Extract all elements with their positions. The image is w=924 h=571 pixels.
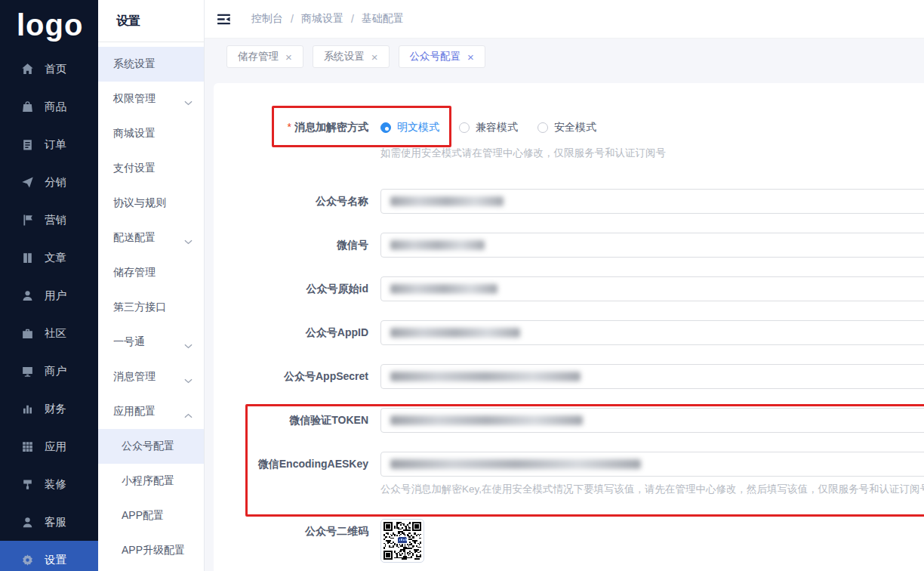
tab-close-icon[interactable]: × [371,51,378,63]
breadcrumb-separator: / [351,13,354,25]
chevron-down-icon [184,339,192,344]
tab-label: 公众号配置 [410,50,461,63]
submenu-item-label: 应用配置 [113,405,156,418]
submenu-item[interactable]: 消息管理 [98,360,204,394]
tab-储存管理[interactable]: 储存管理× [226,45,303,68]
submenu-item-label: 系统设置 [113,57,156,71]
form-fields: 公众号名称微信号公众号原始id公众号AppID公众号AppSecret微信验证T… [214,189,924,496]
tab-公众号配置[interactable]: 公众号配置× [399,45,485,68]
field-input-微信号[interactable] [380,233,924,258]
logo: logo [0,0,98,50]
sidebar-item-orders[interactable]: 订单 [0,125,98,163]
submenu-item[interactable]: 协议与规则 [98,186,204,221]
qrcode-image [380,519,424,563]
submenu-item[interactable]: 商城设置 [98,116,204,151]
sidebar-item-marketing[interactable]: 营销 [0,201,98,239]
topbar: 控制台/商城设置/基础配置 [204,0,924,39]
sidebar-item-users[interactable]: 用户 [0,276,98,314]
sidebar-item-label: 客服 [45,515,66,529]
radio-dot-icon[interactable] [380,122,391,133]
redacted-value [390,372,581,381]
sidebar-item-community[interactable]: 社区 [0,314,98,352]
flag-icon [21,214,34,227]
field-label: 公众号名称 [214,195,368,208]
field-input-微信EncodingAESKey[interactable] [380,452,924,477]
radio-安全模式[interactable]: 安全模式 [537,121,596,134]
submenu-item[interactable]: 应用配置 [98,394,204,429]
book-icon [21,252,34,264]
submenu-item[interactable]: 第三方接口 [98,290,204,325]
field-label: 微信号 [214,239,368,252]
monitor-icon [21,365,34,378]
gear-icon [21,554,34,566]
submenu-item[interactable]: APP配置 [98,498,204,533]
radio-明文模式[interactable]: 明文模式 [380,121,439,134]
redacted-value [390,196,504,206]
radio-dot-icon[interactable] [537,122,548,133]
sidebar-item-goods[interactable]: 商品 [0,88,98,125]
submenu-item[interactable]: 系统设置 [98,47,204,82]
field-input-公众号AppID[interactable] [380,320,924,345]
breadcrumb-item[interactable]: 控制台 [251,12,283,26]
radio-dot-icon[interactable] [459,122,470,133]
qrcode-row: 公众号二维码 [214,519,924,563]
field-label: 公众号原始id [214,282,368,296]
submenu-item[interactable]: 小程序配置 [98,464,204,498]
field-label: 公众号AppID [214,326,368,340]
sidebar-item-label: 装修 [45,477,66,492]
submenu-item[interactable]: 支付设置 [98,151,204,186]
submenu-item[interactable]: 权限管理 [98,82,204,116]
sidebar-item-distribute[interactable]: 分销 [0,163,98,201]
sidebar-item-finance[interactable]: 财务 [0,390,98,427]
qrcode-label: 公众号二维码 [214,519,368,539]
field-input-微信验证TOKEN[interactable] [380,408,924,433]
field-row-公众号AppSecret: 公众号AppSecret [214,364,924,389]
field-row-微信号: 微信号 [214,233,924,258]
tab-close-icon[interactable]: × [467,51,474,63]
encrypt-mode-help: 如需使用安全模式请在管理中心修改，仅限服务号和认证订阅号 [380,147,924,160]
encrypt-mode-row: *消息加解密方式 明文模式兼容模式安全模式 [214,116,924,139]
submenu-item-label: 消息管理 [113,370,156,384]
sidebar-item-label: 商品 [45,100,66,114]
tab-系统设置[interactable]: 系统设置× [313,45,390,68]
collapse-menu-icon[interactable] [217,13,232,26]
chevron-down-icon [184,96,192,101]
redacted-value [390,284,497,294]
home-icon [21,63,34,76]
submenu-item[interactable]: 配送配置 [98,221,204,255]
sidebar-item-merchants[interactable]: 商户 [0,352,98,390]
sidebar-item-label: 文章 [45,251,66,265]
sidebar-item-service[interactable]: 客服 [0,503,98,541]
submenu-item-label: 协议与规则 [113,196,166,210]
breadcrumb-item[interactable]: 商城设置 [301,12,343,26]
radio-兼容模式[interactable]: 兼容模式 [459,121,518,134]
redacted-value [390,415,583,425]
tab-label: 储存管理 [238,50,279,63]
tab-close-icon[interactable]: × [285,51,292,63]
sidebar-item-articles[interactable]: 文章 [0,239,98,276]
briefcase-icon [21,327,34,340]
submenu-item[interactable]: 储存管理 [98,255,204,290]
field-row-公众号原始id: 公众号原始id [214,276,924,301]
sidebar-item-home[interactable]: 首页 [0,50,98,88]
radio-label: 明文模式 [397,121,439,134]
redacted-value [390,459,641,469]
chevron-down-icon [184,374,192,379]
submenu-item[interactable]: 一号通 [98,325,204,360]
field-input-公众号原始id[interactable] [380,276,924,301]
sidebar-item-label: 首页 [45,62,66,76]
field-label: 公众号AppSecret [214,370,368,384]
send-icon [21,176,34,189]
submenu-item[interactable]: APP升级配置 [98,533,204,568]
sidebar-item-apps[interactable]: 应用 [0,427,98,465]
submenu-item[interactable]: 公众号配置 [98,429,204,464]
field-input-公众号AppSecret[interactable] [380,364,924,389]
sidebar-item-decorate[interactable]: 装修 [0,465,98,503]
breadcrumb-item[interactable]: 基础配置 [362,12,404,26]
field-input-公众号名称[interactable] [380,189,924,214]
person-icon [21,516,34,529]
sidebar-item-settings[interactable]: 设置 [0,541,98,571]
sidebar-item-label: 社区 [45,326,66,341]
field-label: 微信EncodingAESKey [214,458,368,471]
tab-bar: 储存管理×系统设置×公众号配置× [204,39,924,68]
